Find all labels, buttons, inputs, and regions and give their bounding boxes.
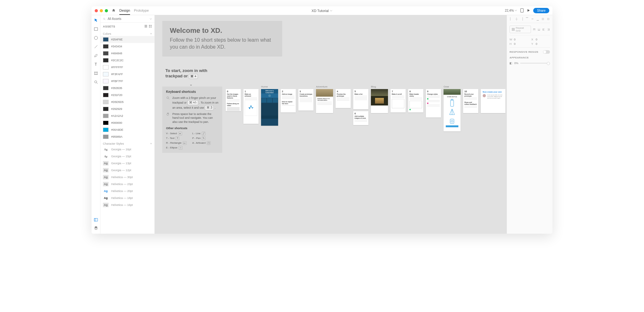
chevron-down-icon[interactable] — [150, 18, 152, 20]
pen-tool-icon[interactable] — [93, 53, 98, 58]
color-swatch — [103, 51, 109, 56]
artboard-adventure[interactable]: FINDING BEAUTY IN THE BADLANDS — [316, 89, 333, 113]
artboard-step-4[interactable]: 4Preview the prototype — [336, 89, 351, 108]
device-preview-icon[interactable] — [520, 8, 524, 13]
line-tool-icon[interactable] — [93, 44, 98, 49]
add-char-icon[interactable]: + — [150, 142, 152, 145]
zoom-tool-icon[interactable] — [93, 80, 98, 85]
artboard-step-6[interactable]: 6Add multiple images at once — [353, 111, 368, 125]
opacity-slider[interactable] — [520, 63, 550, 63]
color-swatch-item[interactable]: #F3FAFF — [100, 71, 154, 78]
boolean-subtract-icon[interactable]: ⬓ — [538, 28, 540, 31]
artboard-create-own[interactable]: Now create your own Lorem ipsum dolor si… — [481, 89, 505, 113]
char-style-item[interactable]: AgHelvetica — 20pt — [100, 188, 154, 195]
color-hex-label: #000000 — [111, 121, 122, 124]
play-icon[interactable] — [527, 9, 530, 13]
char-style-item[interactable]: AgHelvetica — 16pt — [100, 201, 154, 208]
document-title[interactable]: XD Tutorial — [312, 9, 332, 13]
artboard-blog[interactable] — [371, 89, 388, 113]
align-right-icon[interactable]: ▕ — [520, 17, 524, 21]
canvas[interactable]: Welcome to XD. Follow the 10 short steps… — [155, 15, 507, 234]
boolean-add-icon[interactable]: ⬒ — [533, 28, 536, 31]
color-swatch-item[interactable]: #D5D5D5 — [100, 99, 154, 105]
char-style-item[interactable]: AgGeorgia — 16pt — [100, 146, 154, 153]
color-swatch-item[interactable]: #2C2C2C — [100, 57, 154, 64]
boolean-intersect-icon[interactable]: ◧ — [542, 28, 545, 31]
color-swatch-item[interactable]: #00A9DE — [100, 126, 154, 133]
distribute-h-icon[interactable]: ⊟ — [541, 17, 545, 21]
artboard-tool-icon[interactable] — [93, 71, 98, 76]
repeat-grid-button[interactable]: Repeat Grid — [510, 26, 531, 33]
color-swatch-item[interactable]: #A2A2A2 — [100, 112, 154, 119]
color-swatch-item[interactable]: #484848 — [100, 50, 154, 57]
svg-rect-12 — [94, 219, 98, 221]
artboard-step-0[interactable]: 0Get the images used in these features F… — [226, 89, 241, 111]
color-swatch-item[interactable]: #254F6E — [100, 36, 154, 43]
rectangle-tool-icon[interactable] — [93, 27, 98, 32]
artboard-step-10[interactable]: 10Record your prototype Share and collec… — [463, 89, 478, 113]
ellipse-tool-icon[interactable] — [93, 35, 98, 40]
tab-design[interactable]: Design — [119, 7, 130, 15]
minimize-icon[interactable] — [100, 9, 103, 12]
dimensions: W0 X0 H0 Y0 — [510, 38, 550, 48]
color-swatch — [103, 86, 109, 90]
char-style-item[interactable]: AgGeorgia — 12pt — [100, 167, 154, 174]
boolean-exclude-icon[interactable]: ◨ — [547, 28, 550, 31]
align-bottom-icon[interactable]: ▁ — [536, 17, 540, 21]
char-style-item[interactable]: AgGeorgia — 15pt — [100, 153, 154, 160]
artboard-step-3[interactable]: 3Create prototype transitions — [298, 89, 313, 111]
y-value[interactable]: 0 — [536, 42, 537, 45]
char-style-item[interactable]: AgHelvetica — 23pt — [100, 181, 154, 188]
height-value[interactable]: 0 — [514, 42, 516, 45]
char-style-item[interactable]: AgHelvetica — 30pt — [100, 174, 154, 181]
select-tool-icon[interactable] — [93, 18, 98, 23]
align-left-icon[interactable]: ▏ — [510, 17, 513, 21]
assets-panel-icon[interactable] — [93, 217, 98, 222]
layers-panel-icon[interactable] — [93, 225, 98, 231]
responsive-toggle[interactable] — [543, 50, 550, 54]
add-color-icon[interactable]: + — [150, 32, 152, 35]
char-style-item[interactable]: AgGeorgia — 13pt — [100, 160, 154, 167]
home-icon[interactable] — [112, 9, 116, 13]
color-swatch-item[interactable]: #95989A — [100, 133, 154, 140]
close-icon[interactable] — [95, 9, 98, 12]
window-controls — [95, 9, 108, 12]
color-swatch-item[interactable]: #231F20 — [100, 92, 154, 99]
artboard-home[interactable]: Welcome to Campvibes! — [261, 89, 278, 126]
share-button[interactable]: Share — [533, 8, 549, 13]
char-style-item[interactable]: AgHelvetica — 18pt — [100, 195, 154, 201]
artboard-step-8[interactable]: 8Make header sticky — [408, 89, 423, 112]
color-swatch-item[interactable]: #FFFFFF — [100, 64, 154, 71]
assets-search-input[interactable] — [108, 17, 148, 21]
artboard-step-5[interactable]: 5Make a list — [353, 89, 368, 109]
hand-icon — [166, 112, 170, 124]
tab-prototype[interactable]: Prototype — [134, 7, 149, 15]
color-swatch-item[interactable]: #343434 — [100, 43, 154, 50]
color-swatch-item[interactable]: #292929 — [100, 105, 154, 112]
artboard-step-7[interactable]: 7Make it scroll — [391, 89, 406, 112]
x-value[interactable]: 0 — [536, 38, 537, 41]
maximize-icon[interactable] — [105, 9, 108, 12]
opacity-value[interactable]: 0% — [514, 62, 518, 65]
zoom-level[interactable]: 22,4% — [505, 9, 517, 12]
artboard-step-1[interactable]: 1Make an artboard — [243, 89, 259, 124]
color-hex-label: #353535 — [111, 87, 122, 90]
text-tool-icon[interactable]: T — [93, 62, 98, 67]
width-value[interactable]: 0 — [514, 38, 516, 41]
align-middle-icon[interactable]: ━ — [531, 17, 534, 21]
distribute-v-icon[interactable]: ⊟ — [546, 17, 550, 21]
color-swatch-item[interactable]: #000000 — [100, 119, 154, 126]
grid-view-icon[interactable] — [149, 25, 152, 28]
artboard-gear[interactable]: HYDRO BOTTLE — [444, 89, 461, 131]
color-hex-label: #292929 — [111, 107, 122, 111]
color-swatch-item[interactable]: #FBF7FF — [100, 78, 154, 85]
artboard-step-2[interactable]: 2Add an image How to repeat the hero — [281, 89, 296, 112]
align-top-icon[interactable]: ▔ — [525, 17, 529, 21]
list-view-icon[interactable] — [144, 25, 147, 28]
assets-search[interactable] — [100, 15, 154, 23]
color-swatch-item[interactable]: #353535 — [100, 85, 154, 92]
svg-rect-32 — [514, 28, 515, 29]
align-center-h-icon[interactable]: ┼ — [515, 17, 518, 21]
artboard-step-9[interactable]: 9Change styles — [426, 89, 441, 117]
chevron-down-icon: ⌄ — [189, 82, 193, 87]
